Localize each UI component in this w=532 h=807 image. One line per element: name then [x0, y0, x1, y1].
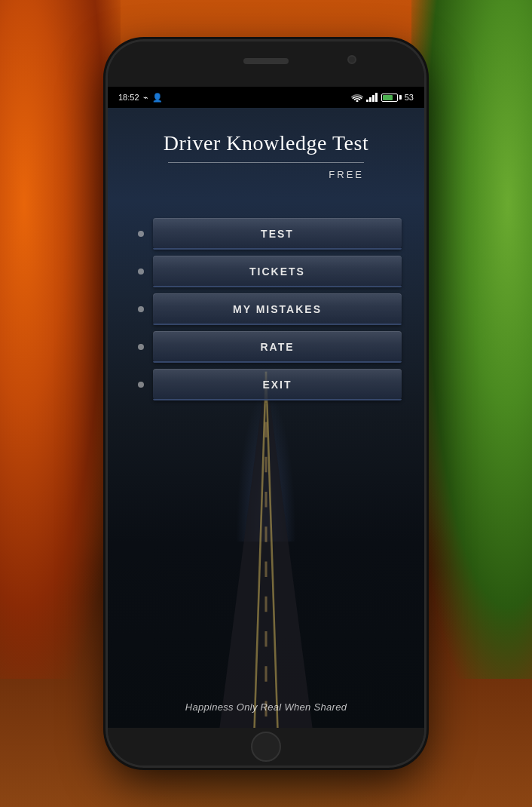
svg-rect-3 [375, 93, 378, 102]
phone-top [108, 41, 424, 87]
svg-rect-2 [372, 95, 375, 102]
foliage-left [0, 0, 121, 679]
exit-button[interactable]: EXIT [153, 369, 402, 400]
person-icon: 👤 [152, 93, 163, 103]
home-button[interactable] [251, 732, 281, 762]
my-mistakes-button[interactable]: MY MISTAKES [153, 293, 402, 325]
app-subtitle: FREE [168, 169, 364, 180]
test-button[interactable]: TEST [153, 218, 402, 250]
status-bar: 18:52 ⌁ 👤 [108, 87, 424, 108]
app-title: Driver Knowledge Test [164, 130, 368, 156]
usb-icon: ⌁ [143, 93, 148, 103]
phone-bottom [108, 728, 424, 766]
menu-item-exit[interactable]: EXIT [130, 369, 402, 400]
tickets-button[interactable]: TICKETS [153, 256, 402, 287]
phone-camera [347, 55, 356, 64]
rate-button[interactable]: RATE [153, 331, 402, 363]
menu-item-my-mistakes[interactable]: MY MISTAKES [130, 293, 402, 325]
battery-body [381, 94, 398, 102]
phone-speaker [243, 58, 289, 64]
battery-fill [383, 95, 393, 100]
menu-dot-my-mistakes [138, 306, 144, 312]
menu-item-test[interactable]: TEST [130, 218, 402, 250]
app-screen: Driver Knowledge Test FREE TEST TICKETS … [108, 108, 424, 728]
phone-device: 18:52 ⌁ 👤 [108, 41, 424, 766]
battery-tip [399, 95, 402, 100]
wifi-icon [351, 93, 363, 102]
status-left: 18:52 ⌁ 👤 [118, 93, 163, 103]
menu-item-tickets[interactable]: TICKETS [130, 256, 402, 287]
title-underline [168, 162, 364, 163]
menu-dot-test [138, 231, 144, 237]
menu-dot-rate [138, 344, 144, 350]
battery-icon [381, 94, 402, 102]
screen-content: Driver Knowledge Test FREE TEST TICKETS … [108, 108, 424, 728]
menu-dot-tickets [138, 268, 144, 275]
foliage-right [411, 0, 532, 679]
status-right: 53 [351, 93, 414, 102]
battery-percentage: 53 [405, 93, 414, 102]
svg-rect-1 [369, 97, 371, 102]
signal-icon [366, 93, 378, 102]
status-time: 18:52 [118, 93, 139, 102]
menu-dot-exit [138, 382, 144, 388]
svg-rect-0 [366, 100, 368, 102]
footer-text: Happiness Only Real When Shared [108, 701, 424, 713]
menu-item-rate[interactable]: RATE [130, 331, 402, 363]
menu-list: TEST TICKETS MY MISTAKES RATE EXIT [123, 218, 409, 400]
